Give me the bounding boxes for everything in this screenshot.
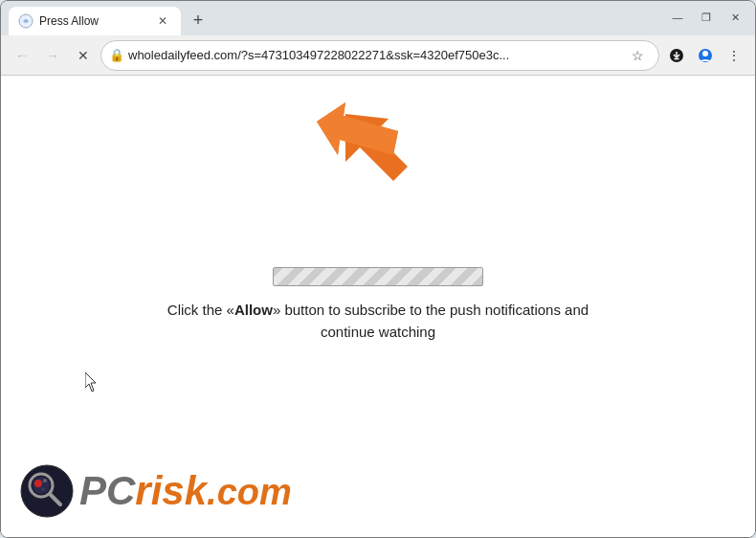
window-controls: — ❐ ✕	[665, 9, 747, 26]
new-tab-button[interactable]: +	[185, 7, 211, 34]
page-content: Click the «Allow» button to subscribe to…	[1, 76, 755, 537]
svg-point-13	[34, 480, 42, 487]
pcrisk-logo-icon	[20, 464, 74, 518]
active-tab[interactable]: Press Allow ✕	[9, 7, 181, 35]
instruction-text: Click the «Allow» button to subscribe to…	[139, 300, 617, 343]
progress-bar	[273, 267, 483, 286]
lock-icon: 🔒	[109, 48, 124, 62]
pcrisk-footer: PC risk .com	[20, 464, 292, 518]
toolbar-right: ⋮	[663, 42, 747, 69]
pcrisk-text-logo: PC risk .com	[79, 468, 292, 514]
tab-favicon-icon	[18, 13, 33, 29]
tab-strip: Press Allow ✕ +	[1, 1, 211, 35]
browser-window: Press Allow ✕ + — ❐ ✕ ← → ✕ 🔒 ☆	[0, 0, 756, 538]
download-icon-wrap	[663, 42, 690, 69]
svg-marker-9	[85, 372, 96, 392]
svg-point-5	[702, 51, 708, 56]
svg-point-14	[43, 479, 47, 482]
back-button[interactable]: ←	[9, 42, 35, 69]
toolbar: ← → ✕ 🔒 ☆	[1, 35, 755, 76]
mouse-cursor-icon	[85, 372, 102, 393]
download-button[interactable]	[663, 42, 690, 69]
tab-close-button[interactable]: ✕	[154, 12, 171, 30]
minimize-button[interactable]: —	[665, 9, 690, 26]
progress-section: Click the «Allow» button to subscribe to…	[139, 267, 617, 343]
pcrisk-pc-text: PC	[79, 468, 135, 514]
maximize-button[interactable]: ❐	[694, 9, 719, 26]
svg-point-15	[42, 488, 45, 491]
address-bar[interactable]: 🔒 ☆	[100, 40, 659, 71]
title-bar: Press Allow ✕ + — ❐ ✕	[1, 1, 755, 35]
forward-button[interactable]: →	[39, 42, 66, 69]
pcrisk-risk-text: risk	[135, 468, 207, 514]
orange-pointing-arrow	[317, 102, 403, 184]
url-input[interactable]	[128, 48, 620, 62]
menu-button[interactable]: ⋮	[721, 42, 747, 69]
pcrisk-com-text: .com	[207, 472, 292, 513]
cursor-icon	[85, 372, 102, 398]
profile-icon	[698, 48, 713, 63]
svg-marker-8	[317, 102, 398, 155]
allow-keyword: Allow	[234, 302, 273, 318]
download-icon	[669, 48, 684, 63]
profile-button[interactable]	[692, 42, 719, 69]
reload-button[interactable]: ✕	[70, 42, 97, 69]
bookmark-button[interactable]: ☆	[624, 42, 651, 69]
close-button[interactable]: ✕	[723, 9, 747, 26]
tab-title: Press Allow	[39, 14, 148, 28]
orange-arrow-wrapper	[317, 102, 403, 188]
